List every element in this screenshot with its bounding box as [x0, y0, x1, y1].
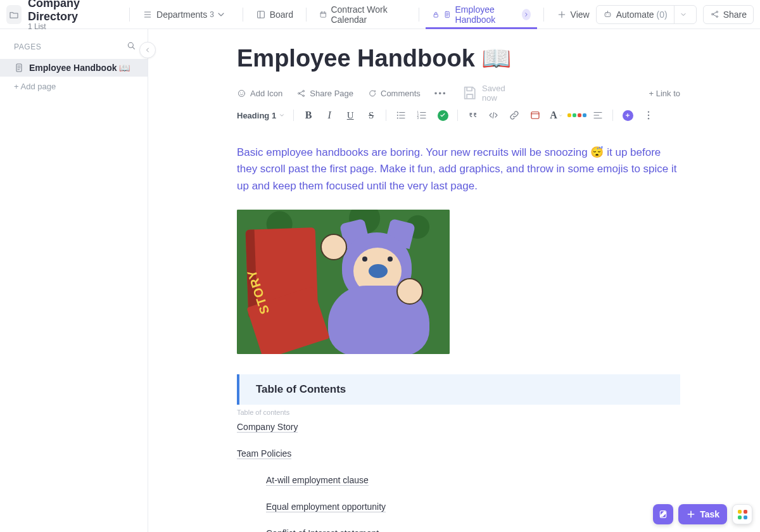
svg-point-21	[648, 111, 649, 113]
underline-button[interactable]: U	[344, 109, 357, 122]
smiley-icon	[237, 89, 246, 98]
tab-contract-calendar[interactable]: Contract Work Calendar	[313, 1, 412, 28]
svg-rect-4	[605, 13, 611, 16]
caret-down-icon	[279, 112, 285, 118]
checklist-button[interactable]	[436, 109, 449, 122]
tab-employee-handbook[interactable]: Employee Handbook	[426, 1, 537, 28]
svg-point-23	[648, 118, 649, 119]
new-task-button[interactable]: Task	[678, 504, 727, 524]
svg-rect-2	[434, 14, 438, 17]
svg-point-15	[397, 115, 398, 116]
toc-link-at-will[interactable]: At-will employment clause	[266, 476, 369, 486]
toolbar-more-button[interactable]	[642, 109, 655, 122]
toc-link-conflict[interactable]: Conflict of Interest statement	[266, 528, 379, 532]
numbered-list-button[interactable]: 123	[415, 109, 428, 122]
embedded-image[interactable]	[237, 210, 450, 354]
embed-button[interactable]	[529, 109, 542, 122]
svg-rect-1	[320, 12, 326, 17]
toc-link-company-story[interactable]: Company Story	[237, 422, 298, 433]
highlight-button[interactable]	[571, 109, 583, 122]
text-color-button[interactable]: A	[550, 109, 562, 122]
divider	[129, 8, 130, 22]
doc-icon	[443, 10, 451, 20]
automate-button[interactable]: Automate (0)	[596, 5, 697, 24]
intro-paragraph[interactable]: Basic employee handbooks are boring. You…	[237, 144, 680, 194]
automate-dropdown[interactable]	[674, 6, 696, 23]
comments-button[interactable]: Comments	[367, 89, 421, 98]
code-button[interactable]	[487, 109, 500, 122]
svg-rect-0	[257, 11, 264, 18]
automate-label: Automate	[616, 10, 654, 20]
bullet-list-button[interactable]	[395, 109, 407, 122]
svg-point-8	[128, 42, 133, 48]
tab-departments[interactable]: Departments 3	[136, 1, 236, 28]
quote-button[interactable]	[466, 109, 479, 122]
share-page-button[interactable]: Share Page	[296, 89, 353, 98]
divider	[243, 8, 243, 22]
floating-actions: Task	[653, 504, 752, 524]
share-button[interactable]: Share	[703, 5, 754, 24]
robot-icon	[603, 10, 612, 19]
apps-icon	[738, 510, 747, 519]
tab-label: Contract Work Calendar	[331, 4, 405, 25]
add-icon-button[interactable]: Add Icon	[237, 89, 282, 98]
tab-label: Employee Handbook	[455, 4, 519, 25]
link-to-button[interactable]: + Link to	[649, 89, 680, 98]
toc-link-team-policies[interactable]: Team Policies	[237, 449, 291, 459]
svg-point-16	[397, 118, 398, 119]
svg-rect-20	[531, 112, 539, 119]
sidebar: PAGES Employee Handbook 📖 + Add page	[0, 29, 148, 532]
pages-header: PAGES	[14, 42, 41, 51]
tab-board[interactable]: Board	[250, 1, 300, 28]
share-label: Share	[723, 10, 747, 20]
heading-selector[interactable]: Heading 1	[237, 111, 285, 120]
add-page-button[interactable]: + Add page	[0, 77, 148, 96]
automate-count: (0)	[657, 10, 668, 20]
document-scroll[interactable]: Employee Handbook 📖 Add Icon Share Page …	[148, 29, 760, 532]
add-view-button[interactable]: View	[550, 1, 596, 28]
lock-icon	[432, 10, 440, 20]
workspace-title-block[interactable]: Company Directory 1 List	[28, 0, 111, 32]
chevron-down-icon	[216, 10, 226, 20]
note-icon	[658, 509, 668, 519]
toc-label: Table of contents	[237, 408, 680, 416]
saved-status: Saved now	[461, 84, 505, 103]
divider	[419, 8, 419, 22]
more-actions-button[interactable]: •••	[434, 89, 447, 98]
search-pages-button[interactable]	[126, 41, 136, 53]
search-icon	[126, 41, 136, 51]
sidebar-item-label: Employee Handbook 📖	[29, 63, 130, 73]
caret-down-icon	[559, 113, 562, 118]
chevron-down-icon	[680, 11, 687, 18]
bold-button[interactable]: B	[302, 109, 315, 122]
align-button[interactable]	[592, 109, 604, 122]
tab-label: View	[571, 10, 590, 20]
page-title[interactable]: Employee Handbook 📖	[237, 44, 680, 72]
tab-count: 3	[210, 10, 214, 19]
apps-button[interactable]	[732, 504, 752, 524]
tab-label: Departments	[156, 10, 207, 20]
chevron-right-icon[interactable]	[522, 9, 531, 20]
collapse-sidebar-button[interactable]	[139, 42, 156, 58]
svg-point-14	[397, 112, 398, 113]
folder-icon[interactable]	[6, 5, 22, 24]
tab-label: Board	[270, 10, 293, 20]
save-icon	[461, 84, 478, 101]
comment-icon	[367, 89, 377, 98]
toc-link-eeo[interactable]: Equal employment opportunity	[266, 502, 386, 512]
page-action-row: Add Icon Share Page Comments ••• Saved n…	[237, 84, 680, 103]
insert-button[interactable]	[621, 109, 634, 122]
top-bar: Company Directory 1 List Departments 3 B…	[0, 0, 760, 29]
link-button[interactable]	[508, 109, 521, 122]
toc-heading[interactable]: Table of Contents	[237, 374, 680, 405]
svg-text:3: 3	[417, 117, 419, 120]
quick-note-button[interactable]	[653, 504, 673, 524]
sidebar-item-handbook[interactable]: Employee Handbook 📖	[0, 59, 148, 77]
share-icon	[296, 89, 306, 98]
share-icon	[710, 10, 719, 19]
chevron-left-icon	[144, 46, 151, 54]
strikethrough-button[interactable]: S	[365, 109, 377, 122]
italic-button[interactable]: I	[323, 109, 336, 122]
divider	[543, 8, 544, 22]
svg-point-22	[648, 115, 649, 116]
